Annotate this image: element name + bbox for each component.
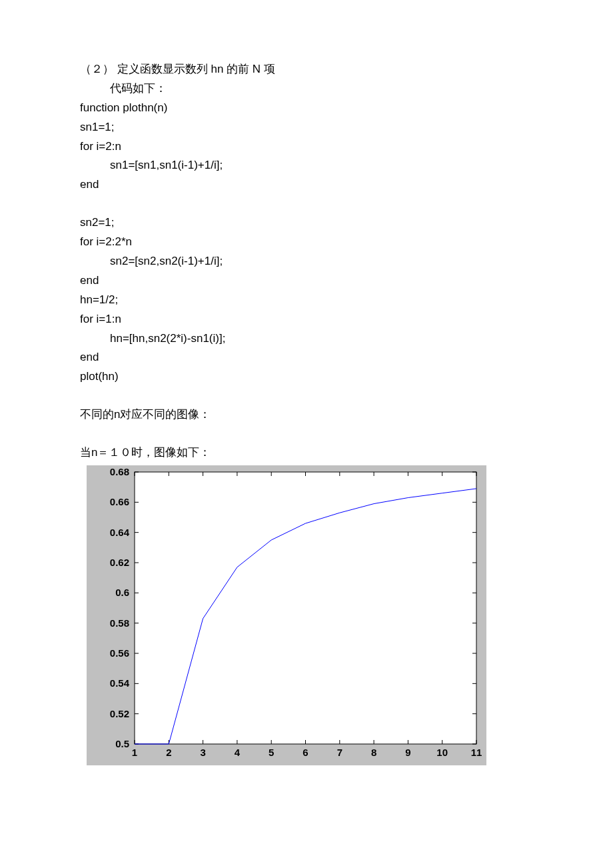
code-line: hn=1/2; — [80, 291, 533, 310]
svg-rect-1 — [135, 472, 476, 744]
body-text: 当n＝１０时，图像如下： — [80, 443, 533, 463]
svg-text:0.58: 0.58 — [110, 617, 129, 629]
code-line: plot(hn) — [80, 367, 533, 387]
svg-text:4: 4 — [235, 747, 241, 758]
code-line: for i=2:2*n — [80, 233, 533, 252]
svg-text:0.5: 0.5 — [115, 738, 129, 749]
svg-text:0.62: 0.62 — [110, 557, 129, 568]
svg-text:11: 11 — [471, 747, 482, 758]
code-line: hn=[hn,sn2(2*i)-sn1(i)]; — [80, 329, 533, 349]
svg-text:0.6: 0.6 — [115, 587, 129, 598]
chart-figure: 12345678910110.50.520.540.560.580.60.620… — [87, 465, 533, 765]
svg-text:7: 7 — [337, 747, 342, 758]
svg-text:6: 6 — [303, 747, 308, 758]
svg-text:2: 2 — [166, 747, 171, 758]
code-line: function plothn(n) — [80, 99, 533, 118]
svg-text:0.52: 0.52 — [110, 708, 129, 719]
code-line: sn1=1; — [80, 118, 533, 137]
svg-text:1: 1 — [132, 747, 137, 758]
body-text: 不同的n对应不同的图像： — [80, 405, 533, 425]
svg-text:8: 8 — [371, 747, 376, 758]
svg-text:0.68: 0.68 — [110, 466, 129, 477]
code-line: for i=1:n — [80, 310, 533, 329]
svg-text:0.66: 0.66 — [110, 496, 129, 507]
svg-text:0.64: 0.64 — [110, 527, 130, 538]
code-line: sn1=[sn1,sn1(i-1)+1/i]; — [80, 156, 533, 175]
svg-text:0.54: 0.54 — [110, 677, 130, 689]
svg-text:0.56: 0.56 — [110, 647, 129, 659]
svg-text:5: 5 — [269, 747, 274, 758]
code-line: end — [80, 348, 533, 367]
code-line: end — [80, 175, 533, 195]
svg-text:9: 9 — [405, 747, 410, 758]
svg-text:10: 10 — [436, 747, 448, 758]
code-line: for i=2:n — [80, 137, 533, 157]
code-line: end — [80, 271, 533, 291]
section-heading: （２） 定义函数显示数列 hn 的前 N 项 — [80, 60, 533, 79]
svg-text:3: 3 — [200, 747, 205, 758]
code-subhead: 代码如下： — [80, 79, 533, 99]
line-chart: 12345678910110.50.520.540.560.580.60.620… — [87, 465, 486, 765]
code-line: sn2=[sn2,sn2(i-1)+1/i]; — [80, 252, 533, 271]
code-line: sn2=1; — [80, 213, 533, 233]
